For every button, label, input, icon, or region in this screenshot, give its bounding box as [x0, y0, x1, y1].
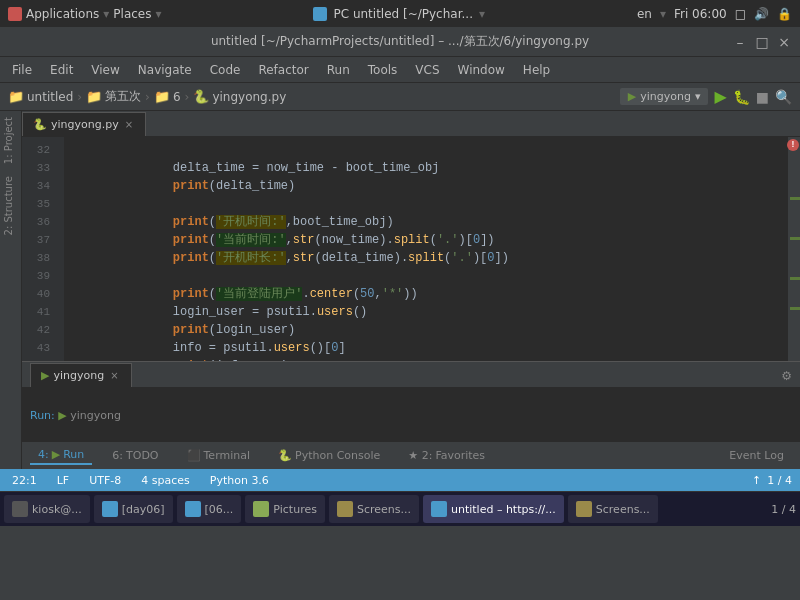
taskbar-kiosk[interactable]: kiosk@...: [4, 495, 90, 523]
menu-help[interactable]: Help: [515, 61, 558, 79]
sys-icon1[interactable]: □: [735, 7, 746, 21]
right-gutter: !: [788, 137, 800, 361]
run-label: Run:: [30, 409, 55, 422]
sys-icon2[interactable]: 🔊: [754, 7, 769, 21]
taskbar-pictures[interactable]: Pictures: [245, 495, 325, 523]
pycharm-label: untitled – https://...: [451, 503, 556, 516]
close-button[interactable]: ×: [776, 34, 792, 50]
gutter-mark-3: [790, 277, 800, 280]
places-menu[interactable]: Places: [113, 7, 151, 21]
run-button[interactable]: ▶: [714, 87, 726, 106]
line-num-32: 32: [22, 141, 56, 159]
run-panel-controls: ⚙: [781, 369, 792, 387]
menu-vcs[interactable]: VCS: [407, 61, 447, 79]
taskbar-screens2[interactable]: Screens...: [568, 495, 658, 523]
code-content[interactable]: delta_time = now_time - boot_time_obj pr…: [64, 137, 788, 361]
stop-button[interactable]: ■: [756, 89, 769, 105]
favorites-num: ★ 2:: [408, 449, 432, 462]
gutter-mark-1: [790, 197, 800, 200]
menu-file[interactable]: File: [4, 61, 40, 79]
line-num-39: 39: [22, 267, 56, 285]
breadcrumb-file[interactable]: 🐍 yingyong.py: [193, 89, 286, 104]
pictures-label: Pictures: [273, 503, 317, 516]
bottom-tab-terminal[interactable]: ⬛ Terminal: [179, 447, 259, 464]
debug-button[interactable]: 🐛: [733, 89, 750, 105]
taskbar: kiosk@... [day06] [06... Pictures Screen…: [0, 491, 800, 526]
menu-edit[interactable]: Edit: [42, 61, 81, 79]
breadcrumb-project[interactable]: 📁 untitled: [8, 89, 73, 104]
minimize-button[interactable]: –: [732, 34, 748, 50]
editor-tab-yingyong[interactable]: 🐍 yingyong.py ×: [22, 112, 146, 136]
status-bar: 22:1 LF UTF-8 4 spaces Python 3.6 ↑ 1 / …: [0, 469, 800, 491]
tab-close-button[interactable]: ×: [123, 119, 135, 130]
taskbar-right: 1 / 4: [771, 503, 796, 516]
breadcrumb-folder1[interactable]: 📁 第五次: [86, 88, 141, 105]
run-tab-yingyong[interactable]: ▶ yingyong ×: [30, 363, 132, 387]
indent-info[interactable]: 4 spaces: [137, 474, 194, 487]
breadcrumb-file-label: yingyong.py: [212, 90, 286, 104]
folder2-icon: 📁: [154, 89, 170, 104]
menu-tools[interactable]: Tools: [360, 61, 406, 79]
bottom-tab-favorites[interactable]: ★ 2: Favorites: [400, 447, 493, 464]
menu-bar: File Edit View Navigate Code Refactor Ru…: [0, 57, 800, 83]
keyboard-layout[interactable]: en: [637, 7, 652, 21]
line-num-35: 35: [22, 195, 56, 213]
run-tab-icon: ▶: [41, 369, 49, 382]
search-everywhere-button[interactable]: 🔍: [775, 89, 792, 105]
run-panel-tabs: ▶ yingyong × ⚙: [22, 362, 800, 388]
python-console-icon: 🐍: [278, 449, 292, 462]
upload-icon[interactable]: ↑: [752, 474, 761, 487]
kiosk-label: kiosk@...: [32, 503, 82, 516]
bottom-tab-event-log[interactable]: Event Log: [721, 447, 792, 464]
pycharm-taskbar-icon: [431, 501, 447, 517]
terminal-icon: ⬛: [187, 449, 201, 462]
menu-run[interactable]: Run: [319, 61, 358, 79]
menu-window[interactable]: Window: [450, 61, 513, 79]
run-config-selector[interactable]: ▶ yingyong ▾: [620, 88, 709, 105]
taskbar-06[interactable]: [06...: [177, 495, 242, 523]
line-separator[interactable]: LF: [53, 474, 73, 487]
project-panel-label[interactable]: 1: Project: [0, 111, 21, 170]
menu-view[interactable]: View: [83, 61, 127, 79]
menu-refactor[interactable]: Refactor: [250, 61, 316, 79]
taskbar-screens1[interactable]: Screens...: [329, 495, 419, 523]
maximize-button[interactable]: □: [754, 34, 770, 50]
run-tab-close[interactable]: ×: [108, 370, 120, 381]
taskbar-pycharm[interactable]: untitled – https://...: [423, 495, 564, 523]
folder1-icon: 📁: [86, 89, 102, 104]
system-bar-left: Applications ▾ Places ▾: [8, 7, 162, 21]
bottom-tab-todo[interactable]: 6: TODO: [104, 447, 166, 464]
breadcrumb-right: ▶ yingyong ▾ ▶ 🐛 ■ 🔍: [620, 87, 792, 106]
bottom-tab-python-console[interactable]: 🐍 Python Console: [270, 447, 388, 464]
run-panel: ▶ yingyong × ⚙ Run: ▶ yingyong: [22, 361, 800, 441]
bottom-tab-run[interactable]: 4: ▶ Run: [30, 446, 92, 465]
system-bar: Applications ▾ Places ▾ PC untitled [~/P…: [0, 0, 800, 27]
kiosk-icon: [12, 501, 28, 517]
cursor-position[interactable]: 22:1: [8, 474, 41, 487]
run-content: Run: ▶ yingyong: [22, 388, 800, 442]
taskbar-day06[interactable]: [day06]: [94, 495, 173, 523]
menu-code[interactable]: Code: [202, 61, 249, 79]
status-right: ↑ 1 / 4: [752, 474, 792, 487]
pycharm-icon: [313, 7, 327, 21]
bottom-toolbar: 4: ▶ Run 6: TODO ⬛ Terminal 🐍 Python Con…: [22, 441, 800, 469]
day06-label: [day06]: [122, 503, 165, 516]
code-editor[interactable]: 32 33 34 35 36 37 38 39 40 41 42 43 delt…: [22, 137, 800, 361]
menu-navigate[interactable]: Navigate: [130, 61, 200, 79]
line-numbers: 32 33 34 35 36 37 38 39 40 41 42 43: [22, 137, 64, 361]
structure-panel-label[interactable]: 2: Structure: [0, 170, 21, 241]
breadcrumb-project-label: untitled: [27, 90, 73, 104]
tab-filename: yingyong.py: [51, 118, 119, 131]
screens1-label: Screens...: [357, 503, 411, 516]
event-log-text: Event Log: [729, 449, 784, 462]
gutter-mark-4: [790, 307, 800, 310]
applications-menu[interactable]: Applications: [26, 7, 99, 21]
window-controls: – □ ×: [732, 34, 792, 50]
sys-icon3[interactable]: 🔒: [777, 7, 792, 21]
file-encoding[interactable]: UTF-8: [85, 474, 125, 487]
line-num-37: 37: [22, 231, 56, 249]
run-settings-icon[interactable]: ⚙: [781, 369, 792, 383]
breadcrumb-folder2[interactable]: 📁 6: [154, 89, 181, 104]
python-version[interactable]: Python 3.6: [206, 474, 273, 487]
editor-wrapper: 🐍 yingyong.py × 32 33 34 35 36 37 38 39 …: [22, 111, 800, 469]
